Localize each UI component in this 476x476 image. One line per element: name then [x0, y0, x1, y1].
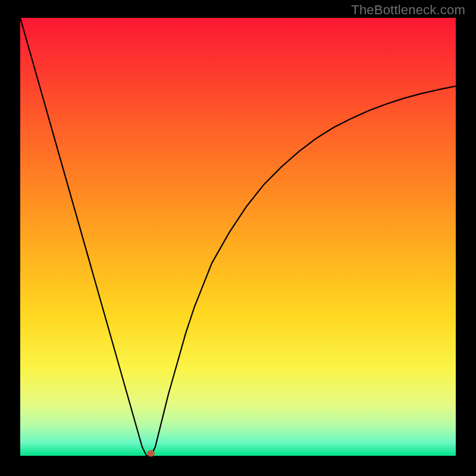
chart-svg — [20, 18, 456, 456]
chart-frame: TheBottleneck.com — [0, 0, 476, 476]
plot-area — [20, 18, 456, 456]
bottleneck-curve — [20, 18, 456, 456]
watermark-text: TheBottleneck.com — [351, 2, 465, 18]
optimum-marker — [148, 450, 155, 456]
